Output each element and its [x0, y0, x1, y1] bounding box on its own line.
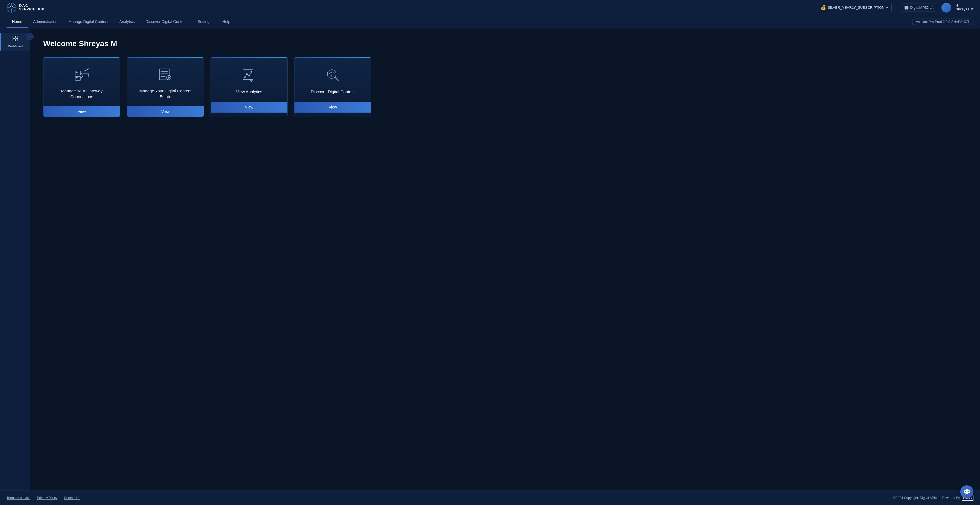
- logo-icon: [6, 3, 16, 13]
- discover-icon: [325, 67, 340, 84]
- nav-bar: Home Administration Manage Digital Conte…: [0, 15, 980, 29]
- card-body-content: Manage Your Digital Content Estate: [127, 58, 204, 106]
- nav-item-home[interactable]: Home: [6, 16, 28, 28]
- svg-point-1: [10, 6, 13, 9]
- header-right: 💰 SILVER_YEARLY_SUBSCRIPTION ▾ 🏢 Digital…: [817, 3, 974, 13]
- card-discover-title: Discover Digital Content: [311, 89, 355, 95]
- svg-line-18: [81, 76, 83, 78]
- nav-item-analytics[interactable]: Analytics: [114, 16, 140, 28]
- footer-terms-link[interactable]: Terms of service: [6, 496, 30, 500]
- logo-service-hub: SERVICE HUB: [19, 8, 45, 11]
- sidebar-collapse-button[interactable]: ‹: [26, 33, 33, 40]
- nav-item-manage-digital-content[interactable]: Manage Digital Content: [63, 16, 114, 28]
- sidebar: ‹ Dashboard: [0, 29, 30, 491]
- svg-point-30: [244, 77, 245, 78]
- org-building-icon: 🏢: [904, 5, 908, 10]
- greeting-hi: Hi: [956, 4, 974, 7]
- analytics-icon: [242, 67, 257, 84]
- avatar-icon: 👤: [943, 5, 949, 10]
- svg-point-33: [251, 71, 252, 72]
- card-gateway-connections[interactable]: Manage Your Gateway Connections View: [43, 57, 120, 117]
- svg-rect-16: [83, 73, 88, 77]
- logo-text: DAC SERVICE HUB: [19, 4, 45, 11]
- discover-view-button[interactable]: View: [294, 102, 371, 113]
- chat-icon: 💬: [964, 489, 970, 495]
- card-body-analytics: View Analytics: [211, 58, 287, 102]
- card-content-title: Manage Your Digital Content Estate: [134, 88, 197, 100]
- sidebar-item-dashboard[interactable]: Dashboard: [0, 33, 30, 51]
- avatar[interactable]: 👤: [942, 3, 951, 13]
- nav-item-discover-digital-content[interactable]: Discover Digital Content: [140, 16, 192, 28]
- footer-copyright: ©2024 Copyright: Digital APIcraft Powere…: [893, 495, 974, 501]
- footer-privacy-link[interactable]: Privacy Policy: [37, 496, 57, 500]
- card-gateway-title: Manage Your Gateway Connections: [50, 88, 113, 100]
- svg-rect-12: [13, 39, 15, 41]
- sidebar-dashboard-label: Dashboard: [8, 44, 23, 48]
- footer: Terms of service Privacy Policy Contact …: [0, 491, 980, 505]
- greeting-name: Shreyas M: [956, 7, 974, 11]
- top-header: DAC SERVICE HUB 💰 SILVER_YEARLY_SUBSCRIP…: [0, 0, 980, 15]
- chat-bubble-button[interactable]: 💬: [960, 485, 974, 499]
- org-name: DigitalAPICraft: [910, 5, 934, 10]
- page-title: Welcome Shreyas M: [43, 39, 967, 48]
- card-body-gateway: Manage Your Gateway Connections: [43, 58, 120, 106]
- svg-line-36: [335, 77, 338, 81]
- svg-point-8: [8, 10, 9, 11]
- svg-rect-11: [16, 36, 18, 38]
- footer-contact-link[interactable]: Contact Us: [64, 496, 80, 500]
- svg-point-20: [76, 77, 77, 78]
- svg-point-9: [14, 10, 15, 11]
- nav-item-settings[interactable]: Settings: [192, 16, 217, 28]
- nav-item-help[interactable]: Help: [217, 16, 236, 28]
- content-view-button[interactable]: View: [127, 106, 204, 117]
- svg-point-19: [76, 71, 77, 73]
- analytics-view-button[interactable]: View: [211, 102, 287, 113]
- svg-rect-15: [75, 76, 81, 80]
- copyright-text: ©2024 Copyright: Digital APIcraft Powere…: [893, 496, 960, 500]
- card-body-discover: Discover Digital Content: [294, 58, 371, 102]
- cards-grid: Manage Your Gateway Connections View: [43, 57, 371, 117]
- content-area: Welcome Shreyas M: [30, 29, 980, 491]
- svg-point-31: [247, 73, 247, 75]
- dashboard-icon: [12, 35, 18, 43]
- svg-point-32: [248, 75, 250, 76]
- svg-line-17: [81, 73, 83, 74]
- footer-links: Terms of service Privacy Policy Contact …: [6, 496, 80, 500]
- user-greeting: Hi Shreyas M: [956, 4, 974, 11]
- card-analytics-title: View Analytics: [236, 89, 262, 95]
- subscription-badge[interactable]: 💰 SILVER_YEARLY_SUBSCRIPTION ▾: [817, 3, 892, 12]
- org-badge[interactable]: 🏢 DigitalAPICraft: [901, 3, 937, 11]
- gateway-view-button[interactable]: View: [43, 106, 120, 117]
- chevron-down-icon: ▾: [886, 5, 888, 10]
- svg-point-6: [8, 4, 9, 5]
- card-discover[interactable]: Discover Digital Content View: [294, 57, 371, 117]
- gateway-icon: [74, 67, 89, 84]
- vertical-divider: [896, 4, 896, 11]
- subscription-label: SILVER_YEARLY_SUBSCRIPTION: [828, 5, 885, 10]
- svg-point-7: [14, 4, 15, 5]
- card-analytics[interactable]: View Analytics View: [210, 57, 288, 117]
- version-badge: Version: Pre-Prod-2.0.0-SNAPSHOT: [912, 19, 974, 25]
- nav-item-administration[interactable]: Administration: [28, 16, 63, 28]
- subscription-icon: 💰: [821, 5, 826, 10]
- digital-content-icon: [158, 67, 173, 84]
- logo-dac: DAC: [19, 4, 45, 8]
- card-digital-content[interactable]: Manage Your Digital Content Estate View: [127, 57, 204, 117]
- svg-rect-14: [75, 71, 81, 75]
- svg-rect-10: [13, 36, 15, 38]
- svg-rect-13: [16, 39, 18, 41]
- logo-area: DAC SERVICE HUB: [6, 3, 45, 13]
- main-layout: ‹ Dashboard Welcome Shreyas M: [0, 29, 980, 491]
